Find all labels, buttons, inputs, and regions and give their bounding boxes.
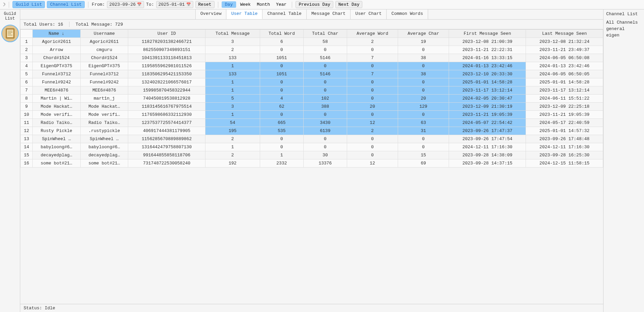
cell-name: Rusty Pickle <box>33 127 81 135</box>
channel-list-button[interactable]: Channel List <box>47 1 85 8</box>
col-first-seen[interactable]: First Message Seen <box>449 30 526 38</box>
col-total-word[interactable]: Total Word <box>260 30 303 38</box>
cell-total-char: 0 <box>303 46 347 54</box>
cell-avg-char: 129 <box>398 103 449 111</box>
table-row[interactable]: 12Rusty Pickle.rustypickle40691744438117… <box>21 127 603 135</box>
to-date-input[interactable]: 2025-01-01📅 <box>156 1 193 8</box>
col-username[interactable]: Username <box>80 30 128 38</box>
channel-item[interactable]: All Channels <box>606 19 641 26</box>
cell-username: some bot#21… <box>80 159 128 167</box>
cell-total-word: 535 <box>260 127 303 135</box>
year-button[interactable]: Year <box>274 1 288 8</box>
table-row[interactable]: 7MEE6#4876MEE6#4876159985870458322944100… <box>21 86 603 95</box>
next-day-button[interactable]: Next Day <box>335 1 362 8</box>
reset-button[interactable]: Reset <box>195 1 215 8</box>
table-row[interactable]: 5Funnel#3712Funnel#371211835062954211533… <box>21 70 603 78</box>
cell-first-seen: 2024-12-11 17:16:30 <box>449 143 526 151</box>
col-name[interactable]: Name ↓ <box>33 30 81 38</box>
table-row[interactable]: 2Arrowcmguru862550907349893151200002023-… <box>21 46 603 54</box>
col-last-seen[interactable]: Last Message Seen <box>526 30 603 38</box>
cell-first-seen: 2023-12-09 21:30:19 <box>449 103 526 111</box>
channel-item[interactable]: general <box>606 26 641 32</box>
col-total-char[interactable]: Total Char <box>303 30 347 38</box>
table-row[interactable]: 1Agoric#2611Agoric#261111827820313824667… <box>21 38 603 46</box>
table-row[interactable]: 14babyloong#6…babyloong#6…13164424797588… <box>21 143 603 151</box>
table-row[interactable]: 6Funnel#9242Funnel#924213240282210665760… <box>21 78 603 86</box>
cell-user-id: 740450819538812928 <box>128 95 205 103</box>
cell-total-char: 388 <box>303 103 347 111</box>
cell-avg-char: 38 <box>398 54 449 62</box>
cell-name: Funnel#9242 <box>33 78 81 86</box>
table-row[interactable]: 15decayedplag…decayedplag…99164485585811… <box>21 151 603 159</box>
cell-user-id: 1156285670889889862 <box>128 135 205 143</box>
cell-name: Mode Hackat… <box>33 103 81 111</box>
cell-total-char: 3430 <box>303 119 347 127</box>
cell-username: Agoric#2611 <box>80 38 128 46</box>
from-date-input[interactable]: 2023-09-26📅 <box>107 1 144 8</box>
guild-list-button[interactable]: Guild List <box>12 1 45 8</box>
cell-avg-word: 12 <box>347 159 398 167</box>
table-row[interactable]: 13SpinWheel …SpinWheel …1156285670889889… <box>21 135 603 143</box>
cell-total-message: 5 <box>205 95 260 103</box>
cell-avg-word: 0 <box>347 62 398 70</box>
row-number: 14 <box>21 143 33 151</box>
row-number: 10 <box>21 111 33 119</box>
cell-avg-word: 2 <box>347 127 398 135</box>
previous-day-button[interactable]: Previous Day <box>296 1 333 8</box>
cell-avg-char: 0 <box>398 111 449 119</box>
cell-total-word: 1 <box>260 151 303 159</box>
cell-total-char: 30 <box>303 151 347 159</box>
cell-user-id: 991644855858118706 <box>128 151 205 159</box>
cell-last-seen: 2024-06-05 06:50:08 <box>526 54 603 62</box>
table-row[interactable]: 3Chord#1524Chord#15241041391133118451813… <box>21 54 603 62</box>
tab-overview[interactable]: Overview <box>195 9 226 19</box>
user-table[interactable]: Name ↓ Username User ID Total Message To… <box>20 29 603 304</box>
cell-total-word: 0 <box>260 135 303 143</box>
cell-username: Mode verifi… <box>80 111 128 119</box>
cell-first-seen: 2025-01-01 14:58:28 <box>449 78 526 86</box>
cell-last-seen: 2023-09-28 16:25:30 <box>526 151 603 159</box>
cell-avg-word: 0 <box>347 143 398 151</box>
col-avg-word[interactable]: Average Word <box>347 30 398 38</box>
table-row[interactable]: 9Mode Hackat…Mode Hackat…118314561676797… <box>21 103 603 111</box>
month-button[interactable]: Month <box>255 1 272 8</box>
week-button[interactable]: Week <box>238 1 253 8</box>
guild-icon[interactable] <box>1 25 19 42</box>
tab-user-table[interactable]: User Table <box>226 9 262 19</box>
cell-total-char: 102 <box>303 95 347 103</box>
cell-last-seen: 2024-06-11 15:51:22 <box>526 95 603 103</box>
cell-total-message: 2 <box>205 46 260 54</box>
table-row[interactable]: 10Mode verifi…Mode verifi…11765986863321… <box>21 111 603 119</box>
cell-total-word: 0 <box>260 46 303 54</box>
row-number: 7 <box>21 86 33 95</box>
cell-avg-char: 0 <box>398 143 449 151</box>
cell-total-char: 0 <box>303 135 347 143</box>
col-avg-char[interactable]: Average Char <box>398 30 449 38</box>
table-row[interactable]: 16some bot#21…some bot#21…73174872253005… <box>21 159 603 167</box>
day-button[interactable]: Day <box>222 1 236 8</box>
cell-avg-char: 0 <box>398 135 449 143</box>
cell-username: babyloong#6… <box>80 143 128 151</box>
cell-username: SpinWheel … <box>80 135 128 143</box>
cell-last-seen: 2025-01-01 14:57:32 <box>526 127 603 135</box>
table-row[interactable]: 4EigenGPT#375EigenGPT#375119585596298101… <box>21 62 603 70</box>
tab-common-words[interactable]: Common Words <box>387 9 428 19</box>
cell-total-char: 0 <box>303 62 347 70</box>
table-row[interactable]: 8Martin | Wi…mart1n_j7404508195388129285… <box>21 95 603 103</box>
tab-message-chart[interactable]: Message Chart <box>307 9 351 19</box>
channel-item[interactable]: eigen <box>606 32 641 38</box>
table-row[interactable]: 11Radio Taiko…Radio Taiko…12375377255744… <box>21 119 603 127</box>
svg-rect-1 <box>7 30 13 37</box>
cell-total-char: 6139 <box>303 127 347 135</box>
calendar-icon: 📅 <box>137 2 142 7</box>
col-total-message[interactable]: Total Message <box>205 30 260 38</box>
col-user-id[interactable]: User ID <box>128 30 205 38</box>
row-number: 6 <box>21 78 33 86</box>
tab-channel-table[interactable]: Channel Table <box>262 9 306 19</box>
tab-user-chart[interactable]: User Chart <box>351 9 387 19</box>
cell-name: Arrow <box>33 46 81 54</box>
col-rownum[interactable] <box>21 30 33 38</box>
theme-toggle-icon[interactable]: ☽ <box>3 2 5 7</box>
cell-first-seen: 2023-11-21 19:05:39 <box>449 111 526 119</box>
from-label: From: <box>92 2 105 7</box>
